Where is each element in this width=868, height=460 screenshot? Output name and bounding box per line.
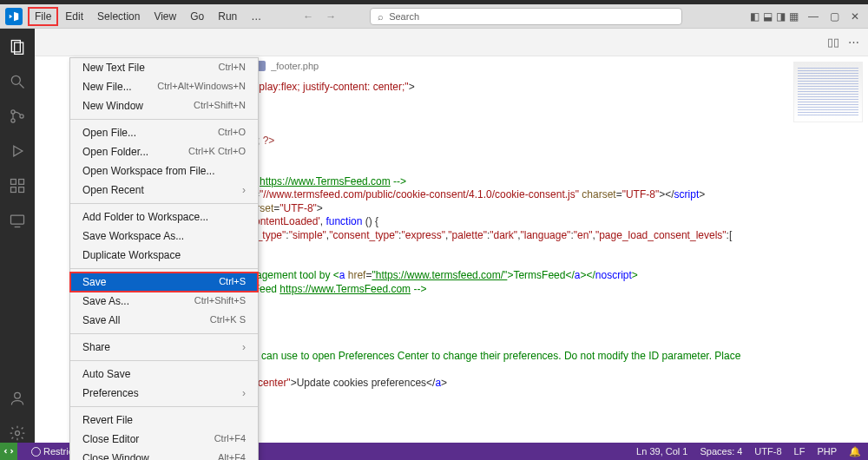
title-bar: File Edit Selection View Go Run … ← → ⌕ … [0,4,868,29]
window-maximize-icon[interactable]: ▢ [828,10,840,23]
status-lang[interactable]: PHP [817,446,837,457]
svg-rect-9 [19,180,24,185]
menu-item-new-file[interactable]: New File...Ctrl+Alt+Windows+N [70,77,258,96]
layout-right-icon[interactable]: ◨ [776,10,786,23]
menu-bar: File Edit Selection View Go Run … [28,7,268,26]
search-icon[interactable] [8,72,27,91]
status-encoding[interactable]: UTF-8 [754,446,781,457]
svg-point-2 [11,76,20,84]
split-editor-icon[interactable]: ▯▯ [827,36,839,49]
svg-rect-11 [19,187,24,193]
activity-bar [0,29,35,443]
svg-point-6 [20,115,23,118]
menu-view[interactable]: View [147,7,183,26]
extensions-icon[interactable] [8,176,27,195]
status-lncol[interactable]: Ln 39, Col 1 [636,446,687,457]
run-debug-icon[interactable] [8,141,27,161]
svg-point-15 [16,431,20,436]
menu-item-new-text-file[interactable]: New Text FileCtrl+N [70,58,258,77]
layout-bottom-icon[interactable]: ⬓ [763,10,773,23]
menu-edit[interactable]: Edit [58,7,90,26]
layout-grid-icon[interactable]: ▦ [789,10,799,23]
more-actions-icon[interactable]: ⋯ [848,36,859,49]
nav-arrows: ← → [303,10,336,23]
nav-back-icon[interactable]: ← [303,10,313,23]
svg-line-3 [20,84,24,89]
menu-go[interactable]: Go [183,7,211,26]
menu-file[interactable]: File [28,7,58,26]
menu-item-close-window[interactable]: Close WindowAlt+F4 [70,449,258,460]
nav-forward-icon[interactable]: → [326,10,336,23]
svg-marker-7 [14,146,23,156]
editor-area: ▯▯ ⋯ Air › _footer.php e="display:flex; … [35,29,868,443]
menu-item-open-file[interactable]: Open File...Ctrl+O [70,123,258,142]
menu-item-auto-save[interactable]: Auto Save [70,365,258,384]
menu-item-open-folder[interactable]: Open Folder...Ctrl+K Ctrl+O [70,142,258,161]
menu-item-revert-file[interactable]: Revert File [70,411,258,430]
remote-explorer-icon[interactable] [8,211,27,230]
command-center[interactable]: ⌕ Search [370,8,682,25]
search-placeholder: Search [389,11,419,22]
status-eol[interactable]: LF [794,446,806,457]
layout-left-icon[interactable]: ◧ [750,10,760,23]
breadcrumb-file: _footer.php [271,61,319,71]
notifications-bell-icon[interactable]: 🔔 [849,446,861,457]
svg-point-14 [15,392,21,398]
window-minimize-icon[interactable]: — [807,10,819,23]
source-control-icon[interactable] [8,107,27,126]
menu-item-save[interactable]: SaveCtrl+S [70,273,258,292]
menu-item-close-editor[interactable]: Close EditorCtrl+F4 [70,430,258,449]
svg-rect-12 [11,215,24,224]
menu-run[interactable]: Run [211,7,244,26]
menu-item-open-recent[interactable]: Open Recent [70,181,258,200]
status-spaces[interactable]: Spaces: 4 [700,446,742,457]
menu-item-duplicate-workspace[interactable]: Duplicate Workspace [70,246,258,265]
settings-gear-icon[interactable] [8,424,27,443]
file-menu-dropdown: New Text FileCtrl+NNew File...Ctrl+Alt+W… [69,57,259,460]
tab-bar: ▯▯ ⋯ [35,29,868,56]
explorer-icon[interactable] [8,37,27,56]
menu-item-save-all[interactable]: Save AllCtrl+K S [70,311,258,330]
vscode-icon [5,8,23,25]
accounts-icon[interactable] [8,389,27,408]
menu-item-share[interactable]: Share [70,338,258,357]
menu-item-open-workspace-from-file[interactable]: Open Workspace from File... [70,161,258,181]
svg-point-4 [11,110,15,114]
svg-point-5 [11,119,15,122]
menu-item-new-window[interactable]: New WindowCtrl+Shift+N [70,96,258,115]
menu-selection[interactable]: Selection [90,7,147,26]
menu-more[interactable]: … [244,7,268,26]
menu-item-preferences[interactable]: Preferences [70,384,258,403]
menu-item-save-workspace-as[interactable]: Save Workspace As... [70,227,258,246]
menu-item-add-folder-to-workspace[interactable]: Add Folder to Workspace... [70,207,258,227]
menu-item-save-as[interactable]: Save As...Ctrl+Shift+S [70,292,258,311]
window-close-icon[interactable]: ✕ [849,10,861,23]
svg-rect-8 [11,180,16,185]
search-icon: ⌕ [378,11,384,22]
remote-indicator-icon[interactable] [0,443,17,460]
svg-rect-10 [11,187,16,193]
